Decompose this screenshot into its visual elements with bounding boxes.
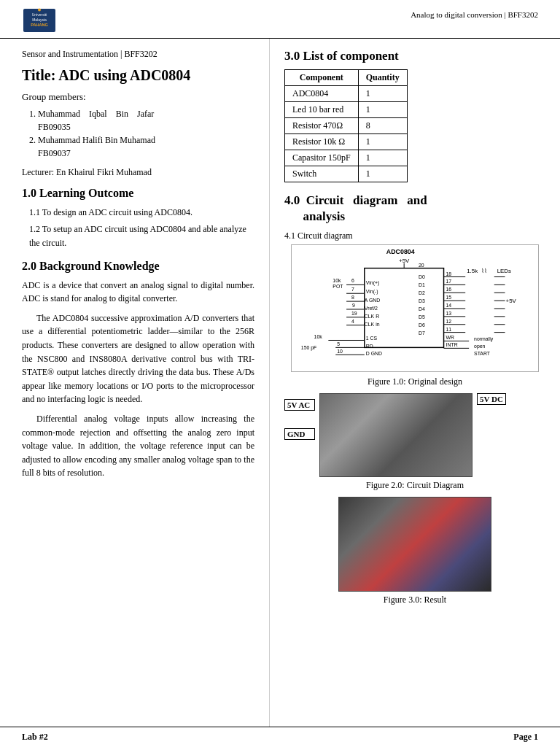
right-column: 3.0 List of component Component Quantity… <box>270 39 560 727</box>
svg-text:A GND: A GND <box>365 298 381 303</box>
figure3-container <box>284 497 545 592</box>
table-header-quantity: Quantity <box>358 70 407 86</box>
circuit-diagram-container: ADC0804 +5V 20 10k POT 6 Vin(+) <box>284 244 545 374</box>
figure3-caption: Figure 3.0: Result <box>284 595 545 605</box>
section1-title: 1.0 Learning Outcome <box>22 187 254 200</box>
svg-text:10k: 10k <box>314 335 323 340</box>
svg-text:POT: POT <box>332 285 343 290</box>
svg-text:D2: D2 <box>419 290 425 295</box>
svg-text:Universiti: Universiti <box>32 12 47 17</box>
table-cell: Led 10 bar red <box>285 102 359 118</box>
table-cell: 1 <box>358 150 407 166</box>
svg-text:15: 15 <box>446 295 452 300</box>
table-cell: 1 <box>358 86 407 102</box>
svg-text:Malaysia: Malaysia <box>32 18 47 22</box>
logo-area: Universiti Malaysia PAHANG <box>22 7 57 34</box>
table-row: Capasitor 150pF 1 <box>285 150 408 166</box>
page-footer: Lab #2 Page 1 <box>0 727 560 747</box>
svg-text:1.5k: 1.5k <box>467 268 478 274</box>
svg-text:PAHANG: PAHANG <box>31 23 47 27</box>
table-cell: Resistor 10k Ω <box>285 134 359 150</box>
svg-text:4: 4 <box>351 319 354 324</box>
page-header: Universiti Malaysia PAHANG Analog to dig… <box>0 0 560 39</box>
table-cell: 8 <box>358 118 407 134</box>
svg-text:ADC0804: ADC0804 <box>386 248 415 255</box>
main-content: Sensor and Instrumentation | BFF3202 Tit… <box>0 39 560 727</box>
svg-text:17: 17 <box>446 279 452 285</box>
svg-text:12: 12 <box>446 319 452 324</box>
label-gnd: GND <box>284 428 315 440</box>
table-cell: ADC0804 <box>285 86 359 102</box>
svg-text:INTR: INTR <box>446 343 458 348</box>
label-5vdc: 5V DC <box>477 393 506 405</box>
svg-text:8: 8 <box>351 295 354 300</box>
lecturer-text: Lecturer: En Khairul Fikri Muhamad <box>22 167 254 178</box>
svg-text:7: 7 <box>351 287 354 292</box>
svg-text:14: 14 <box>446 303 452 308</box>
svg-text:+5V: +5V <box>506 298 517 304</box>
doc-subtitle: Sensor and Instrumentation | BFF3202 <box>22 49 254 60</box>
list-item: 1.2 To setup an ADC circuit using ADC080… <box>29 222 254 250</box>
svg-text:10k: 10k <box>332 279 341 284</box>
svg-text:+5V: +5V <box>399 258 410 264</box>
svg-text:Vin(+): Vin(+) <box>366 281 380 287</box>
left-column: Sensor and Instrumentation | BFF3202 Tit… <box>0 39 270 727</box>
svg-text:9: 9 <box>352 303 355 308</box>
svg-text:16: 16 <box>446 287 452 292</box>
table-cell: Switch <box>285 166 359 182</box>
svg-text:18: 18 <box>446 271 452 276</box>
svg-text:D4: D4 <box>419 306 425 311</box>
table-cell: 1 <box>358 102 407 118</box>
svg-text:D1: D1 <box>419 283 425 288</box>
header-right-text: Analog to digital conversion | BFF3202 <box>411 7 538 19</box>
circuit-photo <box>319 393 472 477</box>
svg-text:D7: D7 <box>419 330 425 336</box>
list-item: Muhammad Iqbal Bin JafarFB09035 <box>38 107 254 133</box>
label-5vac: 5V AC <box>284 399 315 411</box>
table-row: Resistor 10k Ω 1 <box>285 134 408 150</box>
figure1-caption: Figure 1.0: Original design <box>284 376 545 387</box>
table-header-component: Component <box>285 70 359 86</box>
svg-text:11: 11 <box>446 327 452 332</box>
table-row: Resistor 470Ω 8 <box>285 118 408 134</box>
svg-text:START: START <box>474 351 491 356</box>
figure2-caption: Figure 2.0: Circuit Diagram <box>284 480 545 491</box>
table-row: Switch 1 <box>285 166 408 182</box>
component-table: Component Quantity ADC0804 1 Led 10 bar … <box>284 69 408 182</box>
photo2-labels-left: 5V AC GND <box>284 393 315 440</box>
svg-text:CLK R: CLK R <box>365 314 379 319</box>
svg-text:D0: D0 <box>419 275 425 280</box>
svg-text:Vref/2: Vref/2 <box>365 306 378 311</box>
footer-right: Page 1 <box>513 732 538 743</box>
table-cell: Capasitor 150pF <box>285 150 359 166</box>
svg-text:CLK in: CLK in <box>365 322 380 327</box>
list-item: 1.1 To design an ADC circuit using ADC08… <box>29 206 254 220</box>
section3-title: 3.0 List of component <box>284 49 545 63</box>
svg-text:20: 20 <box>419 263 424 268</box>
table-row: Led 10 bar red 1 <box>285 102 408 118</box>
doc-title: Title: ADC using ADC0804 <box>22 67 254 84</box>
list-item: Muhammad Halifi Bin MuhamadFB09037 <box>38 133 254 160</box>
svg-text:13: 13 <box>446 311 452 316</box>
svg-text:D3: D3 <box>419 298 425 303</box>
svg-text:10: 10 <box>337 349 343 354</box>
svg-text:LEDs: LEDs <box>497 268 511 274</box>
footer-left: Lab #2 <box>22 732 48 743</box>
section4-sub1: 4.1 Circuit diagram <box>284 231 545 241</box>
table-cell: Resistor 470Ω <box>285 118 359 134</box>
table-cell: 1 <box>358 134 407 150</box>
section2-title: 2.0 Background Knowledge <box>22 260 254 273</box>
svg-text:RD: RD <box>366 344 373 349</box>
svg-text:D6: D6 <box>419 322 425 328</box>
section2-para2: The ADC0804 successive approximation A/D… <box>22 311 254 406</box>
university-logo-icon: Universiti Malaysia PAHANG <box>22 7 57 34</box>
table-cell: 1 <box>358 166 407 182</box>
section2-para1: ADC is a device that convert an analog s… <box>22 279 254 306</box>
svg-text:WR: WR <box>446 336 455 341</box>
svg-text:⌇⌇: ⌇⌇ <box>481 268 487 274</box>
svg-text:5: 5 <box>337 342 340 347</box>
section2-para3: Differential analog voltage inputs allow… <box>22 412 254 480</box>
header-course-title: Analog to digital conversion | BFF3202 <box>411 10 538 19</box>
svg-text:D GND: D GND <box>366 351 382 356</box>
section1-items: 1.1 To design an ADC circuit using ADC08… <box>29 206 254 251</box>
